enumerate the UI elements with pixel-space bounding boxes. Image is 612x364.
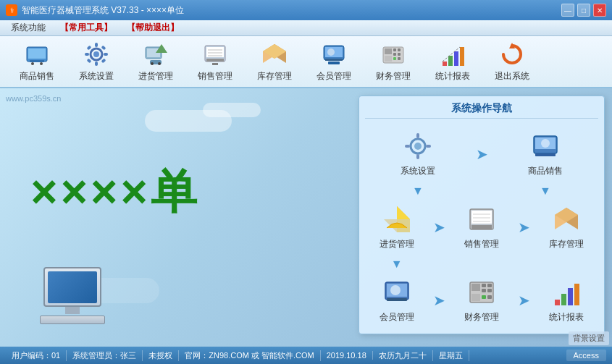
toolbar-exit-button[interactable]: 退出系统: [484, 39, 540, 84]
svg-marker-64: [397, 206, 410, 219]
keyboard: [40, 316, 105, 324]
svg-rect-87: [487, 295, 492, 299]
menu-item-system-function[interactable]: 系统功能: [4, 20, 52, 36]
svg-rect-35: [325, 59, 343, 61]
toolbar-member-button[interactable]: 会员管理: [306, 39, 362, 84]
nav-system-settings[interactable]: 系统设置: [365, 126, 471, 182]
svg-rect-43: [385, 56, 392, 62]
svg-point-19: [151, 62, 154, 65]
salesmgmt-icon: [202, 41, 228, 67]
toolbar-purchase-button[interactable]: 进货管理: [127, 39, 184, 84]
svg-rect-56: [405, 145, 410, 148]
nav-reports[interactable]: 统计报表: [535, 272, 598, 328]
svg-rect-44: [393, 57, 396, 60]
svg-point-60: [541, 139, 550, 148]
svg-rect-1: [28, 48, 46, 59]
close-button[interactable]: ✕: [593, 4, 606, 17]
nav-inventory-icon: [550, 203, 582, 235]
status-website: 官网：ZN98.COM 或 智能软件.COM: [179, 350, 320, 361]
status-date: 2019.10.18: [321, 351, 373, 360]
toolbar-inventory-button[interactable]: 库存管理: [246, 39, 303, 84]
monitor-stand: [65, 307, 80, 314]
svg-point-77: [390, 285, 401, 295]
window-title: 智能医疗器械管理系统 V37.33 - ××××单位: [22, 4, 184, 17]
toolbar-settings-button[interactable]: 系统设置: [68, 39, 125, 84]
svg-point-20: [158, 62, 161, 65]
svg-rect-48: [454, 51, 458, 66]
nav-salesmgmt-label: 销售管理: [464, 238, 499, 250]
svg-rect-80: [471, 284, 480, 291]
svg-rect-55: [416, 154, 419, 159]
svg-rect-81: [482, 284, 486, 287]
menu-item-common-tools[interactable]: 【常用工具】: [54, 20, 119, 36]
exit-icon: [499, 41, 525, 67]
main-big-text: ××××单: [30, 160, 200, 223]
arrow-down-1: ▼: [365, 185, 471, 198]
svg-rect-61: [535, 153, 556, 156]
svg-rect-84: [487, 289, 492, 292]
toolbar-inventory-label: 库存管理: [257, 70, 292, 82]
svg-point-34: [327, 48, 335, 56]
svg-point-6: [93, 51, 99, 57]
nav-inventory[interactable]: 库存管理: [535, 199, 598, 255]
svg-rect-38: [385, 48, 392, 54]
sales-icon: [24, 41, 50, 67]
nav-reports-icon: [550, 276, 582, 308]
svg-rect-91: [574, 284, 579, 305]
app-icon: ⚕: [6, 4, 17, 16]
nav-member-label: 会员管理: [380, 311, 414, 323]
nav-settings-label: 系统设置: [401, 165, 435, 177]
svg-rect-26: [206, 59, 224, 62]
nav-purchase-icon: [381, 203, 413, 235]
svg-rect-2: [30, 60, 44, 62]
svg-rect-7: [95, 43, 98, 47]
toolbar-sales-button[interactable]: 商品销售: [9, 39, 65, 84]
status-lunar: 农历九月二十: [373, 350, 433, 361]
maximize-button[interactable]: □: [577, 4, 590, 17]
menu-item-help-exit[interactable]: 【帮助退出】: [120, 20, 185, 36]
nav-inventory-label: 库存管理: [549, 238, 584, 250]
monitor-screen: [48, 271, 97, 303]
svg-rect-82: [487, 284, 492, 287]
background-set-button[interactable]: 背景设置: [569, 331, 609, 345]
svg-point-4: [40, 62, 43, 65]
svg-rect-40: [398, 48, 401, 51]
toolbar-purchase-label: 进货管理: [138, 70, 173, 82]
svg-rect-10: [104, 53, 108, 56]
nav-member[interactable]: 会员管理: [365, 272, 428, 328]
watermark: www.pc359s.cn: [6, 94, 61, 103]
inventory-icon: [261, 41, 288, 67]
nav-finance-icon: [466, 276, 498, 308]
arrow-right-5: ➤: [514, 292, 535, 309]
title-bar: ⚕ 智能医疗器械管理系统 V37.33 - ××××单位 — □ ✕: [0, 0, 612, 20]
nav-member-icon: [381, 276, 413, 308]
nav-purchase-label: 进货管理: [380, 238, 414, 250]
svg-point-3: [31, 62, 34, 65]
toolbar-salesmgmt-button[interactable]: 销售管理: [187, 39, 243, 84]
nav-finance[interactable]: 财务管理: [450, 272, 513, 328]
svg-rect-86: [482, 295, 486, 299]
toolbar-finance-label: 财务管理: [376, 70, 411, 82]
svg-rect-89: [561, 294, 566, 305]
svg-rect-42: [398, 53, 401, 56]
nav-salesmgmt[interactable]: 销售管理: [450, 199, 513, 255]
finance-icon: [380, 41, 406, 67]
svg-rect-36: [328, 62, 340, 64]
svg-rect-57: [426, 145, 431, 148]
reports-icon: [440, 41, 466, 67]
nav-reports-label: 统计报表: [549, 311, 584, 323]
nav-panel-title: 系统操作导航: [365, 102, 598, 119]
arrow-down-3: ▼: [365, 258, 428, 271]
toolbar-sales-label: 商品销售: [20, 70, 54, 82]
svg-rect-27: [212, 63, 218, 65]
nav-salesmgmt-icon: [466, 203, 498, 235]
arrow-down-2: ▼: [492, 185, 598, 198]
toolbar-reports-button[interactable]: 统计报表: [424, 39, 481, 84]
title-bar-left: ⚕ 智能医疗器械管理系统 V37.33 - ××××单位: [6, 4, 184, 17]
minimize-button[interactable]: —: [561, 4, 574, 17]
toolbar-finance-button[interactable]: 财务管理: [365, 39, 422, 84]
nav-sales[interactable]: 商品销售: [492, 126, 598, 182]
member-icon: [321, 41, 347, 67]
nav-purchase[interactable]: 进货管理: [365, 199, 428, 255]
svg-rect-71: [471, 225, 492, 229]
